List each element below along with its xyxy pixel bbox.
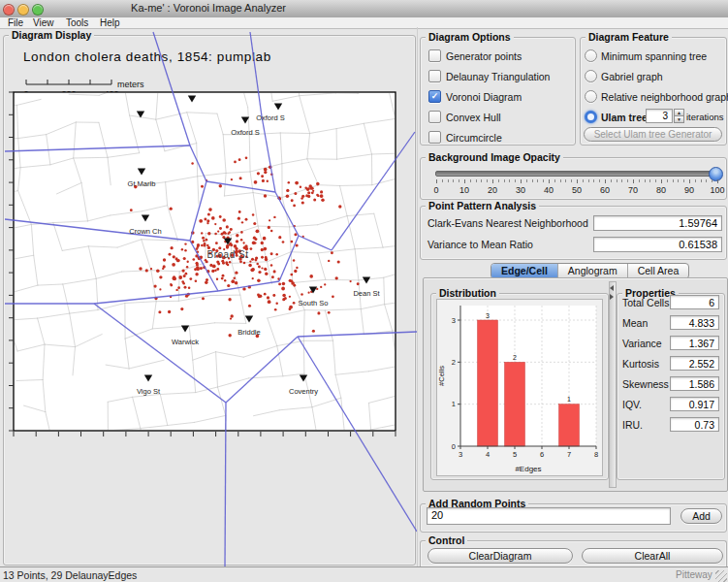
svg-text:6: 6 — [540, 450, 544, 459]
window-title: Ka-me' : Voronoi Image Analyzer — [97, 2, 320, 14]
pump-label: Broad St — [207, 249, 249, 260]
svg-text:2: 2 — [513, 354, 517, 361]
close-window-icon[interactable] — [3, 4, 15, 16]
opacity-tick-100: 100 — [710, 185, 724, 195]
pump-label: Vigo St — [137, 387, 161, 396]
status-points-edges: 13 Points, 29 DelaunayEdges — [3, 569, 137, 581]
checkbox-label-circumcircle: Circumcircle — [446, 132, 502, 144]
tab-anglogram[interactable]: Anglogram — [558, 264, 628, 278]
select-ulam-tree-generator-button[interactable]: Select Ulam tree Generator — [584, 127, 722, 142]
variance-value[interactable]: 1.367 — [670, 336, 719, 350]
radio-label-relative-neighborhood-graph: Relative neighborhood graph — [601, 91, 728, 103]
variance-to-mean-ratio-label: Variance to Mean Ratio — [427, 239, 533, 250]
chart-xlabel: #Edges — [515, 465, 541, 473]
iru-value[interactable]: 0.73 — [670, 417, 719, 432]
resize-grip[interactable] — [715, 570, 727, 582]
opacity-tick-50: 50 — [572, 185, 582, 195]
radio-minimum-spanning-tree[interactable] — [585, 49, 597, 62]
pump-label: Coventry — [289, 387, 318, 396]
checkbox-label-delaunay-triangulation: Delaunay Triangulation — [446, 71, 550, 82]
title-bar[interactable]: Ka-me' : Voronoi Image Analyzer — [0, 0, 728, 18]
split-pane-divider[interactable] — [609, 281, 617, 488]
opacity-slider-track[interactable] — [435, 171, 720, 177]
variance-label: Variance — [622, 338, 662, 349]
splitter-collapse-right-icon[interactable] — [610, 294, 614, 300]
clearall-button[interactable]: ClearAll — [582, 548, 723, 564]
clark-evans-nearest-neighborhood-value[interactable]: 1.59764 — [593, 215, 722, 231]
svg-text:3: 3 — [486, 312, 490, 319]
tab-edge-cell[interactable]: Edge/Cell — [491, 264, 558, 278]
add-button[interactable]: Add — [681, 508, 722, 524]
checkbox-delaunay-triangulation[interactable] — [428, 70, 441, 82]
control-title: Control — [426, 534, 467, 546]
svg-text:8: 8 — [594, 450, 598, 459]
checkbox-label-generator-points: Generator points — [446, 50, 522, 62]
svg-text:7: 7 — [567, 450, 571, 459]
zoom-window-icon[interactable] — [32, 4, 44, 16]
total-cells-value[interactable]: 6 — [670, 295, 719, 309]
bar-edges-7 — [559, 404, 580, 446]
opacity-tick-60: 60 — [600, 185, 610, 195]
kurtosis-value[interactable]: 2.552 — [670, 356, 719, 371]
clark-evans-nearest-neighborhood-label: Clark-Evans Nearest Neighborhood — [427, 217, 588, 229]
radio-ulam-tree[interactable] — [585, 111, 597, 123]
opacity-tick-30: 30 — [516, 185, 525, 195]
iterations-input[interactable]: 3 — [646, 109, 673, 123]
opacity-tick-20: 20 — [488, 185, 497, 195]
checkbox-generator-points[interactable] — [428, 49, 441, 62]
minimize-window-icon[interactable] — [17, 4, 29, 16]
total-cells-label: Total Cells — [622, 297, 669, 308]
radio-relative-neighborhood-graph[interactable] — [585, 90, 597, 103]
svg-text:1: 1 — [567, 396, 571, 403]
random-points-count-input[interactable]: 20 — [427, 507, 671, 525]
bar-edges-5 — [505, 362, 525, 446]
checkbox-label-convex-hull: Convex Hull — [446, 112, 501, 123]
skewness-value[interactable]: 1.586 — [670, 376, 719, 391]
checkbox-label-voronoi-diagram: Voronoi Diagram — [446, 91, 522, 103]
diagram-options-title: Diagram Options — [426, 31, 514, 43]
mean-value[interactable]: 4.833 — [670, 315, 719, 330]
svg-text:4: 4 — [486, 450, 490, 459]
bar-edges-4 — [478, 320, 498, 446]
iterations-label: iterations — [686, 112, 724, 122]
radio-gabriel-graph[interactable] — [585, 70, 597, 82]
diagram-feature-title: Diagram Feature — [586, 31, 672, 43]
pump-label: Oxford S — [231, 128, 260, 137]
checkbox-voronoi-diagram[interactable]: ✓ — [428, 90, 441, 103]
pump-label: Briddle — [237, 328, 260, 337]
pump-label: Gt Marlb — [128, 179, 156, 188]
distribution-chart: 3213456780123#Edges#Cells — [436, 299, 603, 480]
pump-label: Crown Ch — [129, 227, 161, 236]
pump-label: Oxford S — [256, 113, 285, 122]
map-canvas[interactable]: London cholera deaths, 1854: pumplab0200… — [0, 27, 417, 566]
svg-text:3: 3 — [452, 316, 456, 325]
opacity-tick-90: 90 — [684, 185, 694, 195]
checkbox-convex-hull[interactable] — [428, 111, 441, 123]
svg-text:0: 0 — [452, 442, 456, 451]
svg-text:1: 1 — [452, 400, 456, 408]
tab-cell-area[interactable]: Cell Area — [628, 264, 689, 278]
app-window: Ka-me' : Voronoi Image Analyzer FileView… — [0, 0, 728, 582]
cleardiagram-button[interactable]: ClearDiagram — [427, 548, 573, 564]
svg-text:2: 2 — [452, 358, 456, 367]
checkbox-circumcircle[interactable] — [428, 131, 441, 144]
splitter-collapse-left-icon[interactable] — [610, 285, 614, 291]
svg-text:5: 5 — [513, 450, 517, 459]
opacity-title: Background Image Opacity — [426, 151, 563, 163]
iqv-value[interactable]: 0.917 — [670, 397, 719, 411]
mean-label: Mean — [622, 317, 648, 329]
panel-divider — [417, 27, 418, 566]
opacity-tick-10: 10 — [459, 185, 469, 195]
kurtosis-label: Kurtosis — [622, 358, 659, 370]
iterations-spinner-down[interactable]: ▼ — [674, 115, 684, 123]
variance-to-mean-ratio-value[interactable]: 0.61538 — [593, 237, 722, 252]
pump-label: Dean St — [353, 289, 380, 298]
distribution-title: Distribution — [436, 287, 499, 299]
status-method-label: Pitteway — [676, 569, 712, 580]
opacity-tick-70: 70 — [628, 185, 638, 195]
chart-ylabel: #Cells — [437, 366, 446, 386]
pump-label: Warwick — [172, 338, 199, 346]
iru-label: IRU. — [622, 419, 643, 431]
skewness-label: Skewness — [622, 378, 669, 390]
analysis-title: Point Pattern Analysis — [426, 200, 539, 211]
